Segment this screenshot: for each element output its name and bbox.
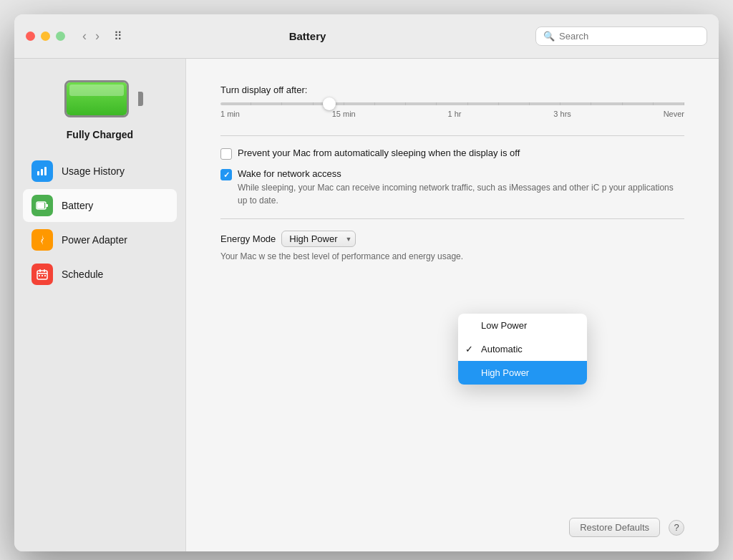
svg-rect-11: [39, 275, 40, 276]
automatic-label: Automatic: [481, 344, 523, 354]
slider-labels: 1 min 15 min 1 hr 3 hrs Never: [220, 110, 684, 118]
usage-history-icon: [31, 160, 53, 182]
dropdown-item-high-power[interactable]: High Power: [458, 361, 587, 385]
divider-1: [220, 135, 684, 136]
search-box: 🔍: [535, 26, 707, 46]
system-preferences-window: ‹ › ⠿ Battery 🔍 Fully Charged: [14, 14, 719, 551]
slider-label-1hr: 1 hr: [448, 110, 462, 118]
display-off-label: Turn display off after:: [220, 85, 684, 95]
sidebar-item-usage-history[interactable]: Usage History: [23, 155, 177, 188]
schedule-icon: [31, 264, 53, 285]
svg-rect-0: [37, 171, 39, 175]
wake-network-content: Wake for network access While sleeping, …: [238, 168, 684, 207]
window-title: Battery: [88, 30, 527, 42]
prevent-sleep-checkbox[interactable]: [220, 148, 232, 160]
slider-label-15min: 15 min: [332, 110, 356, 118]
low-power-label: Low Power: [481, 320, 527, 331]
main-panel: Turn display off after:: [186, 59, 719, 506]
energy-mode-select-wrapper: Automatic Low Power High Power ▼: [281, 231, 356, 247]
battery-visual: [64, 80, 136, 117]
power-adapter-icon: [31, 229, 53, 251]
battery-tip: [138, 92, 143, 106]
sidebar-item-schedule[interactable]: Schedule: [23, 258, 177, 291]
dropdown-item-low-power[interactable]: Low Power: [458, 314, 587, 337]
power-adapter-label: Power Adapter: [62, 234, 127, 246]
divider-2: [220, 218, 684, 219]
slider-track: [220, 102, 684, 105]
svg-rect-13: [44, 275, 46, 276]
slider-label-never: Never: [664, 110, 684, 118]
sidebar: Fully Charged Usage History: [14, 59, 186, 551]
prevent-sleep-row: Prevent your Mac from automatically slee…: [220, 148, 684, 160]
maximize-button[interactable]: [56, 32, 65, 41]
energy-mode-label: Energy Mode: [220, 233, 276, 244]
dropdown-menu: Low Power ✓ Automatic High Power: [458, 314, 587, 385]
automatic-check-icon: ✓: [465, 344, 473, 354]
svg-rect-8: [37, 273, 47, 274]
dropdown-item-automatic[interactable]: ✓ Automatic: [458, 337, 587, 361]
slider-container[interactable]: 1 min 15 min 1 hr 3 hrs Never: [220, 102, 684, 118]
wake-network-row: Wake for network access While sleeping, …: [220, 168, 684, 207]
slider-label-3hrs: 3 hrs: [553, 110, 571, 118]
battery-icon: [31, 195, 53, 216]
energy-mode-desc: Your Mac w se the best level of performa…: [220, 250, 684, 263]
search-input[interactable]: [559, 31, 699, 42]
svg-rect-5: [46, 204, 48, 207]
prevent-sleep-label: Prevent your Mac from automatically slee…: [238, 148, 520, 158]
help-button[interactable]: ?: [669, 520, 684, 536]
wake-network-checkbox[interactable]: [220, 169, 232, 180]
svg-marker-6: [41, 235, 44, 245]
schedule-label: Schedule: [62, 269, 103, 280]
svg-rect-2: [44, 167, 47, 175]
wake-network-desc: While sleeping, your Mac can receive inc…: [238, 181, 684, 207]
svg-rect-1: [41, 169, 43, 175]
slider-label-1min: 1 min: [220, 110, 240, 118]
energy-mode-select[interactable]: Automatic Low Power High Power: [281, 231, 356, 247]
minimize-button[interactable]: [41, 32, 50, 41]
svg-rect-10: [44, 269, 45, 272]
energy-mode-row: Energy Mode Automatic Low Power High Pow…: [220, 231, 684, 247]
window-controls: [26, 32, 65, 41]
restore-defaults-button[interactable]: Restore Defaults: [569, 518, 660, 537]
battery-shell: [64, 80, 129, 117]
battery-sheen: [69, 85, 124, 96]
high-power-label: High Power: [481, 367, 529, 378]
svg-rect-4: [37, 203, 44, 208]
sidebar-item-power-adapter[interactable]: Power Adapter: [23, 223, 177, 256]
wake-network-label: Wake for network access: [238, 168, 684, 179]
search-icon: 🔍: [543, 31, 555, 42]
display-off-section: Turn display off after:: [220, 85, 684, 118]
usage-history-label: Usage History: [62, 165, 125, 177]
svg-rect-12: [42, 275, 43, 276]
close-button[interactable]: [26, 32, 35, 41]
battery-label: Battery: [62, 200, 93, 211]
slider-thumb[interactable]: [323, 97, 336, 110]
svg-rect-9: [39, 269, 41, 272]
titlebar: ‹ › ⠿ Battery 🔍: [14, 14, 719, 59]
bottom-bar: Restore Defaults ?: [186, 506, 719, 551]
sidebar-nav: Usage History Battery: [14, 155, 185, 292]
battery-status-label: Fully Charged: [67, 129, 133, 140]
content-area: Fully Charged Usage History: [14, 59, 719, 551]
sidebar-item-battery[interactable]: Battery: [23, 189, 177, 222]
slider-ticks: [220, 102, 684, 105]
